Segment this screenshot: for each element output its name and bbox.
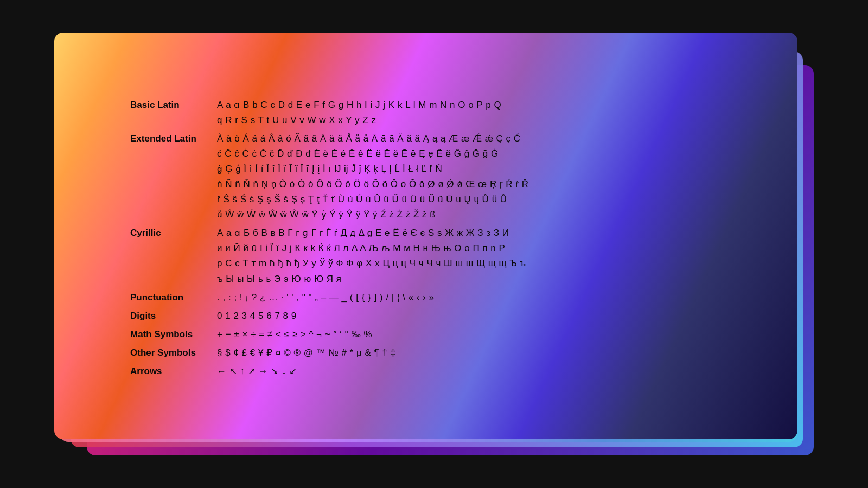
chars-math-symbols: + − ± × ÷ = ≠ < ≤ ≥ > ^ ¬ ~ ″ ′ ° ‰ %	[217, 327, 754, 345]
label-math-symbols: Math Symbols	[130, 327, 217, 345]
chars-basic-latin: A a ɑ B b C c D d E e F f G g H h I i J …	[217, 98, 754, 131]
label-arrows: Arrows	[130, 364, 217, 382]
glyph-table: Basic Latin A a ɑ B b C c D d E e F f G …	[130, 98, 754, 382]
chars-punctuation: . , : ; ! ¡ ? ¿ … · ' ' , " " „ – — _ ( …	[217, 290, 754, 309]
row-other-symbols: Other Symbols § $ ¢ £ € ¥ ₽ ¤ © ® @ ™ № …	[130, 345, 754, 364]
row-basic-latin: Basic Latin A a ɑ B b C c D d E e F f G …	[130, 98, 754, 131]
scene: Basic Latin A a ɑ B b C c D d E e F f G …	[54, 33, 814, 455]
label-other-symbols: Other Symbols	[130, 345, 217, 364]
card-main: Basic Latin A a ɑ B b C c D d E e F f G …	[54, 33, 797, 439]
label-punctuation: Punctuation	[130, 290, 217, 309]
row-arrows: Arrows ← ↖ ↑ ↗ → ↘ ↓ ↙	[130, 364, 754, 382]
chars-cyrillic: А а ɑ Б б В в Β Г г ɡ Г г Ѓ ѓ Д д Δ g Е …	[217, 226, 754, 290]
row-cyrillic: Cyrillic А а ɑ Б б В в Β Г г ɡ Г г Ѓ ѓ Д…	[130, 226, 754, 290]
label-digits: Digits	[130, 309, 217, 327]
row-math-symbols: Math Symbols + − ± × ÷ = ≠ < ≤ ≥ > ^ ¬ ~…	[130, 327, 754, 345]
chars-arrows: ← ↖ ↑ ↗ → ↘ ↓ ↙	[217, 364, 754, 382]
chars-extended-latin: À à ò Á á á Â â ó Ã ã ã Ä ä ä Å å å Ā ā …	[217, 131, 754, 226]
row-extended-latin: Extended Latin À à ò Á á á Â â ó Ã ã ã Ä…	[130, 131, 754, 226]
row-punctuation: Punctuation . , : ; ! ¡ ? ¿ … · ' ' , " …	[130, 290, 754, 309]
chars-other-symbols: § $ ¢ £ € ¥ ₽ ¤ © ® @ ™ № # * μ & ¶ † ‡	[217, 345, 754, 364]
row-digits: Digits 0 1 2 3 4 5 6 7 8 9	[130, 309, 754, 327]
label-basic-latin: Basic Latin	[130, 98, 217, 131]
content-area: Basic Latin A a ɑ B b C c D d E e F f G …	[130, 98, 754, 407]
chars-digits: 0 1 2 3 4 5 6 7 8 9	[217, 309, 754, 327]
label-cyrillic: Cyrillic	[130, 226, 217, 290]
label-extended-latin: Extended Latin	[130, 131, 217, 226]
